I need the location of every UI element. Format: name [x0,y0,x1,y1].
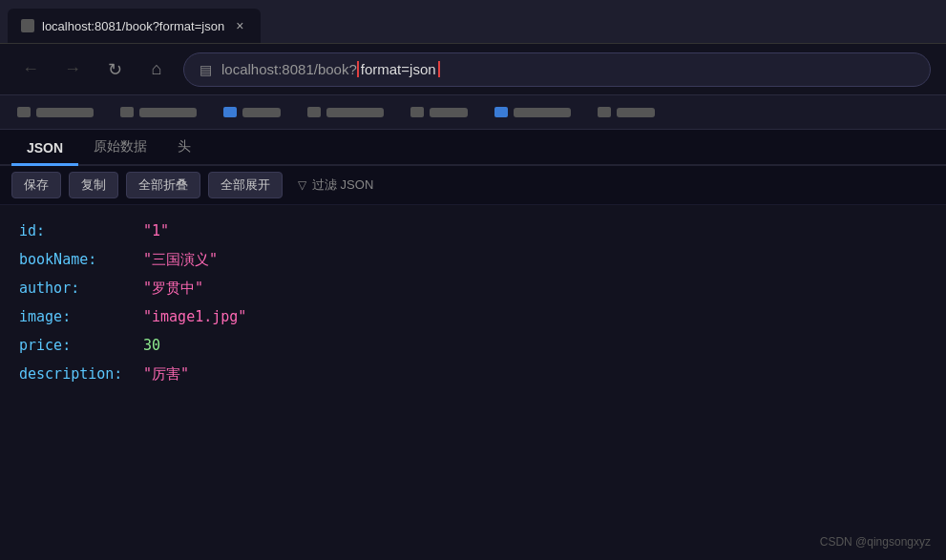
address-display: localhost:8081/book?format=json [221,61,914,77]
bookmark-label-7 [617,108,655,117]
tab-json[interactable]: JSON [11,133,78,166]
bookmark-item-5[interactable] [405,103,473,121]
bookmark-item-2[interactable] [115,103,202,121]
bookmark-label-2 [139,108,197,117]
bookmark-item-6[interactable] [489,103,577,121]
copy-button[interactable]: 复制 [69,172,118,198]
watermark: CSDN @qingsongxyz [820,535,931,549]
bookmark-icon-1 [17,107,31,117]
address-highlight: format=json [357,61,440,77]
bookmark-label-3 [242,108,281,117]
bookmark-icon-3 [223,107,237,117]
json-row-description: description: "厉害" [19,360,927,388]
json-key-price: price: [19,331,143,360]
address-input-wrapper[interactable]: ▤ localhost:8081/book?format=json [183,52,931,87]
json-value-price: 30 [143,331,160,360]
save-button[interactable]: 保存 [11,172,61,198]
bookmark-item-3[interactable] [218,103,286,121]
filter-area[interactable]: ▽ 过滤 JSON [298,176,373,194]
json-value-description: "厉害" [143,360,189,388]
json-value-author: "罗贯中" [143,274,203,302]
collapse-button[interactable]: 全部折叠 [126,172,200,198]
json-key-author: author: [19,274,143,302]
json-row-price: price: 30 [19,331,927,360]
bookmark-icon-2 [120,107,134,117]
bookmark-label-5 [430,108,468,117]
bookmark-icon-6 [494,107,508,117]
bookmark-label-1 [36,108,94,117]
back-button[interactable]: ← [15,54,46,85]
filter-label: 过滤 JSON [312,176,373,194]
bookmark-item-7[interactable] [592,103,661,121]
active-tab[interactable]: localhost:8081/book?format=json × [8,9,261,43]
json-key-bookname: bookName: [19,245,143,274]
json-toolbar: 保存 复制 全部折叠 全部展开 ▽ 过滤 JSON [0,166,946,205]
address-normal: localhost:8081/book? [221,61,357,77]
bookmark-icon-7 [598,107,611,117]
json-row-id: id: "1" [19,217,927,245]
filter-icon: ▽ [298,178,306,192]
json-value-bookname: "三国演义" [143,245,218,274]
json-row-bookname: bookName: "三国演义" [19,245,927,274]
bookmarks-bar [0,95,946,130]
page-icon: ▤ [200,62,212,77]
tab-title: localhost:8081/book?format=json [42,19,224,33]
tab-favicon [21,19,34,32]
bookmark-item-1[interactable] [11,103,99,121]
bookmark-icon-4 [307,107,321,117]
json-tabs: JSON 原始数据 头 [0,130,946,166]
devtools-panel: JSON 原始数据 头 保存 复制 全部折叠 全部展开 ▽ 过滤 JSON id… [0,130,946,560]
json-value-id: "1" [143,217,169,245]
forward-button[interactable]: → [57,54,88,85]
bookmark-label-6 [514,108,571,117]
json-key-description: description: [19,360,143,388]
bookmark-label-4 [326,108,384,117]
tab-headers[interactable]: 头 [162,131,206,166]
json-key-id: id: [19,217,143,245]
tab-bar: localhost:8081/book?format=json × [0,0,946,44]
json-content: id: "1" bookName: "三国演义" author: "罗贯中" i… [0,205,946,560]
reload-button[interactable]: ↻ [99,54,130,85]
json-value-image: "image1.jpg" [143,302,246,331]
expand-button[interactable]: 全部展开 [208,172,283,198]
home-button[interactable]: ⌂ [141,54,172,85]
json-row-image: image: "image1.jpg" [19,302,927,331]
address-bar-row: ← → ↻ ⌂ ▤ localhost:8081/book?format=jso… [0,44,946,95]
bookmark-icon-5 [410,107,424,117]
json-row-author: author: "罗贯中" [19,274,927,302]
tab-close-btn[interactable]: × [232,16,247,35]
bookmark-item-4[interactable] [302,103,389,121]
json-key-image: image: [19,302,143,331]
tab-raw[interactable]: 原始数据 [78,131,162,166]
